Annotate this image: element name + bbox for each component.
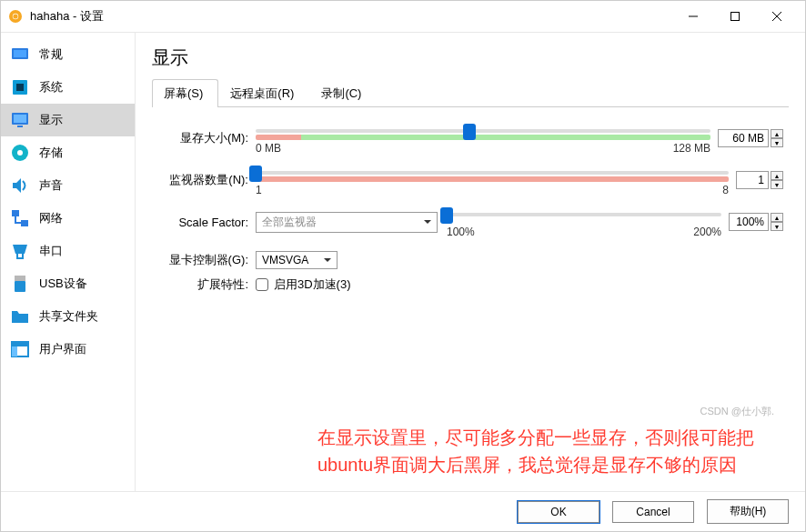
scale-spinner[interactable]: ▲▼ [771, 213, 783, 231]
sidebar-item-network[interactable]: 网络 [1, 202, 135, 235]
checkbox-label: 启用3D加速(3) [274, 276, 351, 293]
titlebar: hahaha - 设置 [1, 1, 805, 32]
virtualbox-icon [8, 9, 23, 24]
tab-remote[interactable]: 远程桌面(R) [218, 79, 309, 107]
monitors-label: 监视器数量(N): [157, 172, 256, 188]
svg-rect-19 [15, 281, 25, 292]
sidebar-item-label: 常规 [39, 46, 63, 63]
controller-label: 显卡控制器(G): [157, 252, 256, 268]
display-icon [10, 110, 30, 130]
monitors-value[interactable]: 1 [736, 171, 769, 189]
user-annotation: CSDN @仕小郭. 在显示设置里，尽可能多分配一些显存，否则很可能把ubunt… [317, 424, 783, 478]
checkbox-box [256, 278, 268, 291]
sidebar-item-system[interactable]: 系统 [1, 71, 135, 104]
monitors-slider[interactable] [256, 164, 729, 182]
row-scale: Scale Factor: 全部监视器 100%200% 100% ▲▼ [157, 206, 783, 238]
svg-rect-8 [14, 50, 26, 57]
sidebar-item-label: 串口 [39, 243, 63, 259]
serial-icon [10, 241, 30, 261]
ext-label: 扩展特性: [157, 276, 256, 293]
sidebar-item-ui[interactable]: 用户界面 [1, 333, 135, 366]
audio-icon [10, 176, 30, 196]
scale-min: 100% [447, 226, 475, 238]
window-title: hahaha - 设置 [30, 8, 672, 25]
ok-button[interactable]: OK [518, 501, 599, 523]
minimize-button[interactable] [672, 3, 714, 30]
vram-min: 0 MB [256, 142, 281, 155]
scale-label: Scale Factor: [157, 216, 256, 229]
vram-label: 显存大小(M): [157, 130, 256, 146]
enable-3d-checkbox[interactable]: 启用3D加速(3) [256, 276, 351, 293]
row-monitors: 监视器数量(N): 18 1 ▲▼ [157, 164, 783, 196]
sidebar-item-display[interactable]: 显示 [1, 104, 135, 136]
svg-rect-13 [17, 125, 23, 127]
storage-icon [10, 143, 30, 163]
svg-rect-4 [731, 13, 740, 21]
scale-max: 200% [693, 226, 721, 238]
scale-slider[interactable] [447, 206, 721, 224]
sidebar-item-label: 网络 [39, 210, 63, 226]
svg-rect-12 [14, 115, 26, 123]
sidebar-item-label: 显示 [39, 112, 63, 128]
system-icon [10, 77, 30, 97]
main-area: 常规 系统 显示 存储 声音 网络 [1, 32, 805, 491]
sidebar-item-label: 共享文件夹 [39, 308, 98, 325]
vram-max: 128 MB [673, 142, 710, 155]
sidebar-item-label: 声音 [39, 177, 63, 194]
scale-value[interactable]: 100% [729, 213, 769, 231]
maximize-button[interactable] [714, 3, 756, 30]
network-icon [10, 208, 30, 228]
monitors-min: 1 [256, 184, 262, 196]
sidebar-item-label: 用户界面 [39, 341, 86, 357]
controller-select[interactable]: VMSVGA [256, 251, 338, 269]
row-controller: 显卡控制器(G): VMSVGA [157, 251, 783, 269]
svg-rect-16 [12, 210, 19, 216]
vram-spinner[interactable]: ▲▼ [771, 129, 783, 147]
svg-rect-21 [12, 342, 28, 346]
svg-point-2 [13, 14, 17, 18]
sidebar-item-general[interactable]: 常规 [1, 38, 135, 71]
cancel-button[interactable]: Cancel [612, 501, 694, 523]
footer: OK Cancel 帮助(H) [1, 491, 805, 531]
svg-rect-18 [15, 276, 25, 281]
vram-value[interactable]: 60 MB [718, 129, 769, 147]
ui-icon [10, 339, 30, 359]
row-ext: 扩展特性: 启用3D加速(3) [157, 276, 783, 293]
monitors-spinner[interactable]: ▲▼ [771, 171, 783, 189]
svg-rect-22 [12, 346, 17, 356]
watermark: CSDN @仕小郭. [700, 404, 774, 419]
sidebar-item-shared[interactable]: 共享文件夹 [1, 300, 135, 333]
vram-slider[interactable] [256, 122, 710, 140]
settings-window: hahaha - 设置 常规 系统 显示 存储 [0, 0, 806, 532]
sidebar: 常规 系统 显示 存储 声音 网络 [1, 33, 136, 491]
tab-record[interactable]: 录制(C) [309, 79, 377, 107]
sidebar-item-usb[interactable]: USB设备 [1, 267, 135, 300]
tab-screen[interactable]: 屏幕(S) [152, 79, 218, 107]
sidebar-item-label: USB设备 [39, 276, 87, 292]
tab-screen-pane: 显存大小(M): 0 MB128 MB 60 MB ▲▼ 监视器数量(N): [152, 107, 789, 304]
sidebar-item-serial[interactable]: 串口 [1, 235, 135, 267]
close-button[interactable] [756, 3, 798, 30]
usb-icon [10, 274, 30, 294]
monitors-max: 8 [722, 184, 729, 196]
shared-folder-icon [10, 306, 30, 326]
sidebar-item-label: 系统 [39, 79, 63, 95]
help-button[interactable]: 帮助(H) [707, 499, 789, 524]
tabs: 屏幕(S) 远程桌面(R) 录制(C) [152, 79, 789, 107]
svg-point-15 [17, 150, 23, 156]
sidebar-item-audio[interactable]: 声音 [1, 169, 135, 202]
row-vram: 显存大小(M): 0 MB128 MB 60 MB ▲▼ [157, 122, 783, 155]
general-icon [10, 45, 30, 65]
svg-rect-17 [21, 220, 28, 226]
svg-rect-10 [16, 84, 24, 91]
scale-monitor-select[interactable]: 全部监视器 [256, 212, 438, 233]
sidebar-item-storage[interactable]: 存储 [1, 136, 135, 169]
page-title: 显示 [152, 45, 789, 70]
content-pane: 显示 屏幕(S) 远程桌面(R) 录制(C) 显存大小(M): 0 MB128 [136, 33, 805, 491]
sidebar-item-label: 存储 [39, 145, 63, 161]
